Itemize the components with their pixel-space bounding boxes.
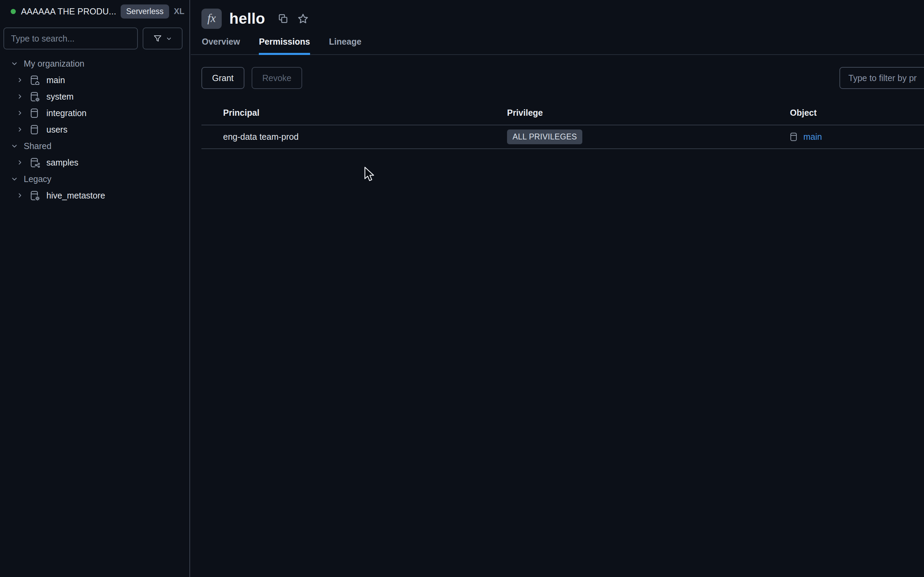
catalog-icon	[790, 132, 798, 142]
object-cell: main	[790, 132, 924, 142]
table-header-row: Principal Privilege Object	[202, 101, 924, 125]
workspace-status-icon	[11, 9, 16, 14]
tree-section-label: Legacy	[24, 174, 52, 184]
catalog-home-icon	[30, 75, 40, 85]
catalog-gear-icon	[30, 91, 40, 102]
tree-item-integration[interactable]: integration	[0, 105, 189, 121]
tree-section-shared[interactable]: Shared	[0, 138, 189, 154]
column-header-privilege: Privilege	[507, 108, 790, 118]
tab-permissions[interactable]: Permissions	[259, 37, 310, 54]
tree-item-main[interactable]: main	[0, 72, 189, 88]
catalog-icon	[30, 108, 40, 118]
fx-glyph: fx	[207, 12, 216, 25]
chevron-down-icon[interactable]	[11, 142, 18, 150]
chevron-right-icon[interactable]	[16, 159, 23, 166]
chevron-right-icon[interactable]	[16, 192, 23, 199]
principal-cell: eng-data team-prod	[223, 132, 507, 142]
chevron-right-icon[interactable]	[16, 126, 23, 133]
chevron-down-icon[interactable]	[11, 175, 18, 183]
chevron-right-icon[interactable]	[16, 93, 23, 100]
chevron-right-icon[interactable]	[16, 110, 23, 116]
tree-item-label: system	[47, 92, 74, 102]
tree-item-label: integration	[47, 108, 87, 118]
sidebar-search-row	[3, 27, 183, 50]
tree-item-label: users	[47, 125, 67, 135]
tab-label: Overview	[202, 37, 240, 47]
table-row[interactable]: eng-data team-prod ALL PRIVILEGES main	[202, 125, 924, 149]
search-input[interactable]	[3, 27, 138, 50]
funnel-icon	[153, 34, 162, 43]
tab-overview[interactable]: Overview	[202, 37, 240, 54]
tab-lineage[interactable]: Lineage	[329, 37, 361, 54]
filter-principal-input[interactable]	[840, 67, 924, 89]
workspace-name: AAAAAA THE PRODU...	[21, 6, 116, 16]
tree-item-hive-metastore[interactable]: hive_metastore	[0, 187, 189, 204]
tab-label: Lineage	[329, 37, 361, 47]
entity-header: fx hello	[191, 8, 924, 29]
function-fx-icon: fx	[202, 8, 222, 29]
permissions-toolbar: Grant Revoke	[191, 67, 924, 89]
tree-section-label: My organization	[24, 59, 84, 69]
privilege-badge: ALL PRIVILEGES	[507, 129, 582, 144]
revoke-button[interactable]: Revoke	[252, 67, 302, 89]
catalog-icon	[30, 124, 40, 135]
catalog-sidebar: AAAAAA THE PRODU... Serverless XL My	[0, 0, 190, 577]
copy-name-icon[interactable]	[278, 13, 289, 24]
serverless-badge: Serverless	[121, 5, 169, 19]
tree-section-legacy[interactable]: Legacy	[0, 171, 189, 187]
privilege-cell: ALL PRIVILEGES	[507, 129, 790, 144]
tree-item-system[interactable]: system	[0, 88, 189, 105]
tree-item-label: main	[47, 75, 65, 85]
tree-section-label: Shared	[24, 141, 52, 151]
permissions-table: Principal Privilege Object eng-data team…	[202, 101, 924, 149]
entity-tab-bar: Overview Permissions Lineage	[191, 35, 924, 55]
tree-item-users[interactable]: users	[0, 121, 189, 138]
tab-label: Permissions	[259, 37, 310, 47]
chevron-down-icon[interactable]	[11, 60, 18, 67]
filter-button[interactable]	[143, 27, 183, 50]
catalog-gear-icon	[30, 190, 40, 201]
workspace-size-label: XL	[174, 6, 184, 16]
object-link-main[interactable]: main	[803, 132, 822, 142]
page-title: hello	[229, 10, 265, 27]
main-content: fx hello Overview Permissions Lineage Gr…	[191, 0, 924, 577]
tree-item-samples[interactable]: samples	[0, 154, 189, 171]
catalog-share-icon	[30, 157, 40, 168]
favorite-star-icon[interactable]	[297, 13, 309, 25]
tree-item-label: hive_metastore	[47, 191, 105, 201]
chevron-right-icon[interactable]	[16, 77, 23, 84]
column-header-object: Object	[790, 108, 924, 118]
catalog-tree: My organization main	[0, 55, 189, 204]
chevron-down-icon	[166, 35, 172, 42]
workspace-selector[interactable]: AAAAAA THE PRODU... Serverless XL	[0, 3, 189, 19]
active-tab-underline	[259, 53, 310, 55]
grant-button[interactable]: Grant	[202, 67, 244, 89]
tree-item-label: samples	[47, 158, 78, 168]
column-header-principal: Principal	[223, 108, 507, 118]
tree-section-my-organization[interactable]: My organization	[0, 55, 189, 72]
